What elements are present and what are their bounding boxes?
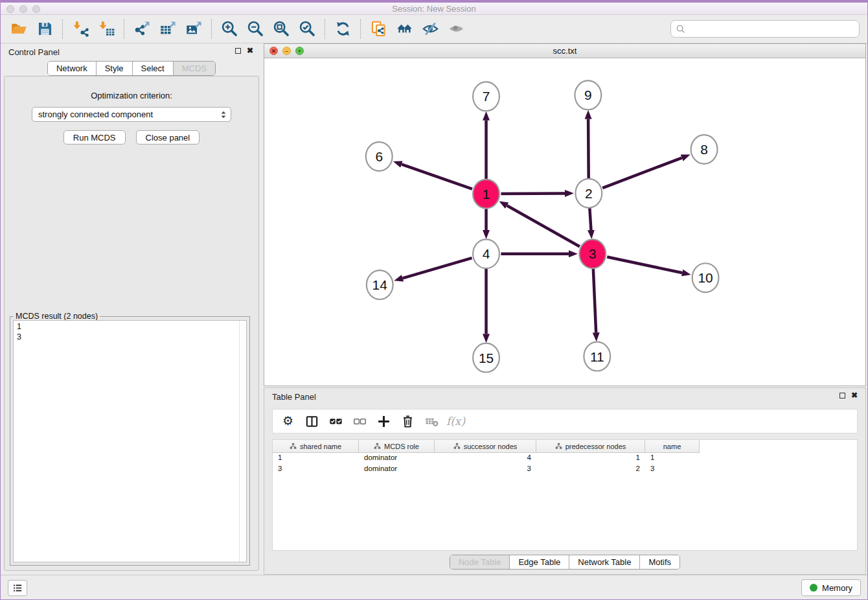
graph-edge-4-14[interactable] <box>403 258 472 278</box>
table-cell[interactable]: 3 <box>273 464 359 475</box>
close-table-panel-icon[interactable]: ✖ <box>851 392 858 398</box>
table-cell[interactable]: 2 <box>536 464 645 475</box>
column-header-predecessor-nodes[interactable]: predecessor nodes <box>536 440 645 453</box>
graph-edge-1-2[interactable] <box>501 193 565 194</box>
run-mcds-button[interactable]: Run MCDS <box>63 130 126 144</box>
delete-column-button[interactable] <box>398 411 418 431</box>
table-cell[interactable]: 3 <box>435 464 536 475</box>
memory-status-dot <box>810 584 817 592</box>
table-tab-edge-table[interactable]: Edge Table <box>510 555 569 569</box>
table-cell[interactable]: 3 <box>645 464 700 475</box>
show-all-icon <box>448 20 465 38</box>
graph-edge-2-3[interactable] <box>589 208 591 230</box>
tab-style[interactable]: Style <box>97 62 133 75</box>
save-session-button[interactable] <box>32 17 58 41</box>
select-all-button[interactable] <box>326 411 346 431</box>
zoom-out-button[interactable] <box>242 17 268 41</box>
column-type-icon <box>290 443 297 450</box>
graph-edge-3-1[interactable] <box>507 205 580 246</box>
table-tab-node-table[interactable]: Node Table <box>450 555 510 569</box>
close-panel-icon[interactable]: ✖ <box>247 47 253 54</box>
table-body: 1dominator4113dominator323 <box>273 453 857 475</box>
titlebar: Session: New Session <box>1 1 867 15</box>
deselect-all-button[interactable] <box>350 411 370 431</box>
toolbar-separator <box>360 19 361 39</box>
column-header-successor-nodes[interactable]: successor nodes <box>435 440 536 453</box>
toolbar-separator <box>325 19 325 39</box>
tab-select[interactable]: Select <box>133 62 174 75</box>
export-table-button[interactable] <box>155 17 181 41</box>
export-image-button[interactable] <box>181 17 207 41</box>
table-cell[interactable]: dominator <box>359 453 435 464</box>
table-cell[interactable]: dominator <box>359 464 435 475</box>
zoom-in-button[interactable] <box>216 17 242 41</box>
show-all-button <box>443 17 469 41</box>
table-cell[interactable]: 1 <box>273 453 359 464</box>
delete-column-icon <box>400 414 415 429</box>
open-session-button[interactable] <box>6 17 32 41</box>
table-toolbar: ⚙f(x) <box>272 409 858 433</box>
column-type-icon <box>453 443 461 450</box>
first-neighbors-button[interactable] <box>391 17 417 41</box>
zoom-fit-icon <box>273 20 290 38</box>
table-options-icon: ⚙ <box>282 415 293 428</box>
import-network-button[interactable] <box>67 17 93 41</box>
table-cell[interactable]: 1 <box>536 453 645 464</box>
refresh-button[interactable] <box>330 17 356 41</box>
network-title: scc.txt <box>264 46 865 56</box>
duplicate-network-button[interactable] <box>365 17 391 41</box>
table-tab-network-table[interactable]: Network Table <box>569 555 640 569</box>
graph-node-label-14: 14 <box>372 277 387 292</box>
zoom-selected-icon <box>299 20 316 38</box>
search-input[interactable] <box>686 23 859 36</box>
graph-node-label-15: 15 <box>479 351 494 365</box>
graph-edge-2-9[interactable] <box>588 119 589 179</box>
table-cell[interactable]: 4 <box>435 453 536 464</box>
import-table-button[interactable] <box>93 17 119 41</box>
control-panel-title: Control Panel <box>8 47 60 57</box>
status-bar: Memory <box>1 575 867 599</box>
control-panel-header: Control Panel ✖ <box>1 43 262 60</box>
log-console-button[interactable] <box>8 580 27 596</box>
column-type-icon <box>374 443 381 450</box>
graph-edge-3-11[interactable] <box>593 269 596 333</box>
search-box <box>670 20 860 38</box>
column-header-mcds-role[interactable]: MCDS role <box>359 440 435 453</box>
hide-selected-button[interactable] <box>417 17 443 41</box>
column-header-shared-name[interactable]: shared name <box>273 440 359 453</box>
graph-edge-2-8[interactable] <box>602 158 681 188</box>
zoom-selected-button[interactable] <box>294 17 320 41</box>
network-window-titlebar: ✕ – + scc.txt <box>264 44 865 58</box>
table-row[interactable]: 1dominator411 <box>273 453 857 464</box>
tab-network[interactable]: Network <box>48 62 97 75</box>
zoom-fit-button[interactable] <box>268 17 294 41</box>
float-panel-icon[interactable] <box>235 48 241 54</box>
graph-canvas[interactable]: 7968124314101511 <box>264 58 865 386</box>
criterion-select[interactable]: strongly connected component <box>32 107 231 122</box>
memory-button[interactable]: Memory <box>801 579 861 596</box>
graph-node-label-9: 9 <box>584 87 592 102</box>
mcds-result-textarea[interactable]: 1 3 <box>13 320 247 562</box>
tab-mcds[interactable]: MCDS <box>174 62 215 75</box>
toolbar-separator <box>211 19 212 39</box>
optimization-criterion-label: Optimization criterion: <box>5 91 258 100</box>
float-table-panel-icon[interactable] <box>839 393 845 398</box>
column-header-name[interactable]: name <box>645 440 700 453</box>
close-panel-button[interactable]: Close panel <box>136 130 200 144</box>
table-tab-motifs[interactable]: Motifs <box>640 555 680 569</box>
duplicate-network-icon <box>370 20 387 38</box>
table-panel: Table Panel ✖ ⚙f(x) shared nameMCDS role… <box>264 387 866 575</box>
graph-edge-3-10[interactable] <box>607 257 682 273</box>
table-row[interactable]: 3dominator323 <box>273 464 857 475</box>
window-title: Session: New Session <box>1 4 867 14</box>
export-network-button[interactable] <box>129 17 155 41</box>
table-options-button[interactable]: ⚙ <box>278 411 298 431</box>
add-column-button[interactable] <box>374 411 394 431</box>
graph-edge-1-6[interactable] <box>402 165 472 189</box>
split-panel-button[interactable] <box>302 411 322 431</box>
table-cell[interactable]: 1 <box>645 453 700 464</box>
mcds-result-lines: 1 3 <box>17 321 243 342</box>
result-scrollbar[interactable] <box>239 321 246 562</box>
mcds-result-group: MCDS result (2 nodes) 1 3 <box>10 316 250 566</box>
network-canvas[interactable]: 7968124314101511 <box>264 58 865 386</box>
